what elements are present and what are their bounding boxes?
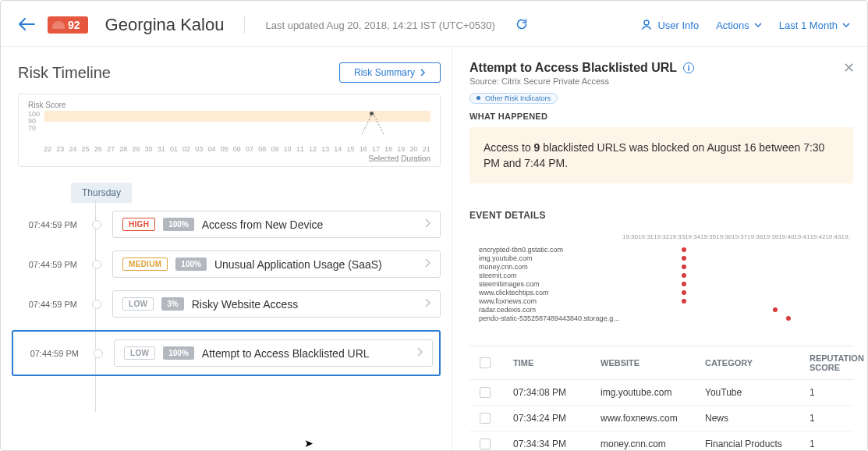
severity-badge: HIGH [122,218,155,231]
user-name: Georgina Kalou [105,15,225,35]
risk-score: 92 [68,19,80,31]
body: Risk Timeline Risk Summary Risk Score 10… [1,47,867,450]
percent-badge: 100% [163,218,194,231]
percent-badge: 100% [175,257,207,271]
col-category: CATEGORY [705,358,806,368]
cell-reputation: 1 [810,439,853,449]
event-dot-icon [682,256,686,261]
timeline-time: 07:44:59 PM [18,300,77,309]
event-scatter-row: encrypted-tbn0.gstatic.com [473,245,850,254]
chevron-down-icon [754,23,762,27]
percent-badge: 3% [161,297,183,311]
event-host-label: radar.cedexis.com [473,306,622,314]
event-scatter-row: pendo-static-5352587489443840.storage.go… [473,314,850,322]
risk-summary-button[interactable]: Risk Summary [339,62,441,83]
event-rows: encrypted-tbn0.gstatic.comimg.youtube.co… [473,245,850,322]
timeline-item-title: Risky Website Access [192,298,416,311]
detail-title-row: Attempt to Access Blacklisted URL i [469,61,853,75]
info-icon[interactable]: i [683,62,694,73]
col-time: TIME [504,358,597,368]
row-checkbox[interactable] [480,387,491,398]
severity-badge: MEDIUM [122,257,168,271]
user-icon [640,19,653,31]
event-host-label: encrypted-tbn0.gstatic.com [473,246,622,254]
event-dot-icon [682,265,686,269]
timeline-row: 07:44:59 PMHIGH100%Access from New Devic… [18,211,441,238]
event-table: TIME WEBSITE CATEGORY REPUTATION SCORE 0… [469,346,853,450]
svg-point-0 [644,20,649,25]
chevron-right-icon [424,298,430,310]
timeline-dot-icon [92,300,101,309]
chart-y-ticks: 100 90 70 [28,111,40,144]
timeline-dot-icon [94,349,103,358]
event-dot-icon [682,273,686,278]
timeline-card[interactable]: HIGH100%Access from New Device [112,211,441,238]
event-scatter-row: steemit.com [473,271,850,279]
event-details-head: EVENT DETAILS [469,210,853,221]
chevron-right-icon [424,258,430,270]
col-reputation: REPUTATION SCORE [810,353,864,372]
timeline-row: 07:44:59 PMLOW3%Risky Website Access [18,290,441,318]
cell-category: YouTube [705,387,806,398]
event-host-label: steemitimages.com [473,280,622,288]
timeline-card[interactable]: LOW100%Attempt to Access Blacklisted URL [114,339,433,367]
risk-score-chart[interactable]: Risk Score 100 90 70 222324 [18,94,441,167]
event-scatter-row: www.foxnews.com [473,297,850,305]
gauge-icon [52,21,65,29]
indicator-pill[interactable]: Other Risk Indicators [469,93,558,104]
timeline-card[interactable]: MEDIUM100%Unusual Application Usage (Saa… [112,250,441,278]
pill-label: Other Risk Indicators [485,94,551,102]
timeline-item-title: Access from New Device [202,218,416,231]
timeline-dot-icon [92,220,101,229]
row-checkbox[interactable] [480,413,491,424]
header-actions: User Info Actions Last 1 Month [640,19,850,31]
event-host-label: img.youtube.com [473,254,622,262]
user-info-label: User Info [657,20,699,31]
selected-duration-label: Selected Duration [28,154,430,163]
event-scatter-row: img.youtube.com [473,254,850,262]
cell-website: money.cnn.com [601,439,702,449]
detail-title: Attempt to Access Blacklisted URL [469,61,677,75]
close-icon[interactable]: ✕ [843,59,855,76]
event-scatter-row: money.cnn.com [473,262,850,271]
chevron-right-icon [420,69,426,76]
chevron-down-icon [842,23,850,27]
table-header: TIME WEBSITE CATEGORY REPUTATION SCORE [469,346,853,380]
event-scatter-row: steemitimages.com [473,279,850,288]
table-row[interactable]: 07:34:34 PMmoney.cnn.comFinancial Produc… [469,431,853,450]
event-chart: 19:3019:3119:3219:3319:3419:3519:3619:37… [469,227,853,327]
cell-reputation: 1 [810,413,853,424]
detail-source: Source: Citrix Secure Private Access [469,76,853,86]
timeline-row: 07:44:59 PMLOW100%Attempt to Access Blac… [12,330,441,376]
event-host-label: money.cnn.com [473,263,622,271]
row-checkbox[interactable] [480,439,491,449]
table-row[interactable]: 07:34:08 PMimg.youtube.comYouTube1 [469,380,853,406]
event-host-label: steemit.com [473,272,622,279]
table-row[interactable]: 07:34:24 PMwww.foxnews.comNews1 [469,406,853,431]
cell-time: 07:34:24 PM [504,413,597,424]
select-all-checkbox[interactable] [480,357,491,368]
what-happened-head: WHAT HAPPENED [469,112,853,121]
risk-timeline-header: Risk Timeline Risk Summary [18,62,441,83]
timeline-time: 07:44:59 PM [18,220,77,229]
day-pill: Thursday [71,183,132,203]
risk-score-badge: 92 [48,16,88,34]
chart-y-label: Risk Score [28,101,430,109]
user-info-link[interactable]: User Info [640,19,699,31]
timeline-row: 07:44:59 PMMEDIUM100%Unusual Application… [18,250,441,278]
actions-dropdown[interactable]: Actions [716,20,762,31]
cell-website: www.foxnews.com [601,413,702,424]
event-x-ticks: 19:3019:3119:3219:3319:3419:3519:3619:37… [473,233,850,240]
event-scatter-row: radar.cedexis.com [473,305,850,314]
header: 92 Georgina Kalou Last updated Aug 20, 2… [1,1,867,47]
event-dot-icon [682,282,686,286]
cell-time: 07:34:08 PM [504,387,597,398]
timeline-card[interactable]: LOW3%Risky Website Access [112,290,441,318]
timeline: 07:44:59 PMHIGH100%Access from New Devic… [18,211,441,412]
left-pane: Risk Timeline Risk Summary Risk Score 10… [1,47,452,450]
refresh-icon[interactable] [515,18,528,33]
back-arrow-icon[interactable] [18,18,35,33]
range-dropdown[interactable]: Last 1 Month [779,20,850,31]
pill-dot-icon [477,96,480,100]
cell-time: 07:34:34 PM [504,439,597,449]
